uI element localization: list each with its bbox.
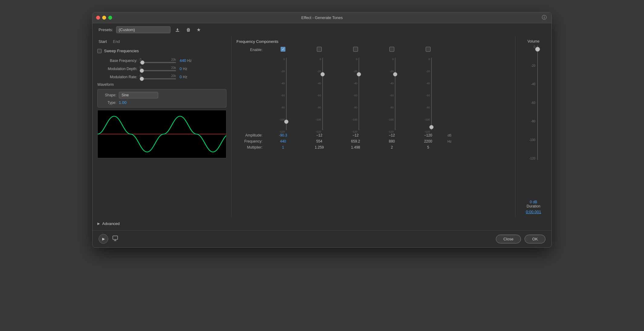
multiplier-label: Multiplier: <box>238 145 265 149</box>
left-panel: Start End Sweep Frequencies Base Frequen… <box>93 36 232 217</box>
base-freq-label: Base Frequency: <box>97 59 140 63</box>
thumb-1[interactable] <box>284 120 288 124</box>
main-content: Start End Sweep Frequencies Base Frequen… <box>93 36 551 217</box>
duration-section: Duration 0:00.001 <box>526 204 541 214</box>
mod-depth-label: Modulation Depth: <box>97 67 140 71</box>
title-bar: Effect - Generate Tones ⓘ <box>93 12 551 23</box>
slider-area-5: 0-20-40-60-80-100-120 <box>424 55 432 133</box>
track-3 <box>359 58 359 130</box>
amplitude-row: Amplitude: -90.3 −12 −12 −12 −120 dB <box>236 133 510 137</box>
thumb-2[interactable] <box>320 72 325 76</box>
enable-checkbox-2[interactable] <box>317 47 322 52</box>
thumb-5[interactable] <box>429 125 434 129</box>
sweep-label: Sweep Frequencies <box>104 49 139 53</box>
bottom-left: ▶ <box>99 234 119 244</box>
mod-rate-value: 0 Hz <box>180 75 198 79</box>
slider-area-2: 0-20-40-60-80-100-120 <box>316 55 323 133</box>
presets-bar: Presets: (Custom) ★ <box>93 23 551 36</box>
save-preset-button[interactable] <box>174 27 181 33</box>
close-button[interactable]: Close <box>496 235 521 243</box>
sliders-row: 0-20-40-60-80-100-120 0-20-40-60-80-100-… <box>236 55 510 133</box>
amplitude-values: -90.3 −12 −12 −12 −120 <box>265 133 446 137</box>
presets-dropdown[interactable]: (Custom) <box>116 26 171 33</box>
enable-label: Enable: <box>238 48 265 52</box>
track-1 <box>286 58 287 130</box>
waveform-title: Waveform <box>97 82 226 87</box>
mod-rate-slider-container: 0 20k <box>140 74 176 79</box>
volume-label: Volume <box>527 39 539 43</box>
shape-label: Shape: <box>101 93 116 97</box>
tab-start[interactable]: Start <box>99 39 107 44</box>
frequency-val-1: 440 <box>265 139 301 143</box>
volume-slider-wrapper: 0-20-40-60-80-100-120 <box>529 45 538 198</box>
scale-3: 0-20-40-60-80-100-120 <box>352 58 359 133</box>
shape-select[interactable]: Sine <box>119 92 158 98</box>
export-button[interactable] <box>112 235 119 243</box>
close-traffic-light[interactable] <box>96 16 100 20</box>
base-freq-value: 440 Hz <box>180 58 198 63</box>
thumb-3[interactable] <box>357 72 361 76</box>
svg-rect-0 <box>176 31 179 32</box>
mod-rate-slider[interactable] <box>140 78 176 79</box>
base-freq-slider-container: 0 20k <box>140 58 176 63</box>
sweep-checkbox[interactable] <box>97 49 102 53</box>
freq-component-slider-3: 0-20-40-60-80-100-120 <box>337 55 374 133</box>
enable-checkbox-5[interactable] <box>426 47 431 52</box>
multiplier-val-5: 5 <box>410 145 446 149</box>
advanced-row[interactable]: ▶ Advanced <box>93 217 551 230</box>
delete-preset-button[interactable] <box>184 27 192 33</box>
favorite-preset-button[interactable]: ★ <box>195 26 202 33</box>
tab-end[interactable]: End <box>113 39 120 44</box>
info-button[interactable]: ⓘ <box>542 14 547 21</box>
type-label: Type: <box>101 101 116 105</box>
volume-track <box>537 45 538 160</box>
multiplier-row: Multiplier: 1 1.259 1.498 2 5 <box>236 145 510 149</box>
type-row: Type: 1.00 <box>101 100 223 105</box>
play-button[interactable]: ▶ <box>99 234 108 244</box>
bottom-right: Close OK <box>496 235 545 243</box>
enable-checkbox-3[interactable] <box>353 47 358 52</box>
mod-depth-slider-container: 0 20k <box>140 66 176 71</box>
volume-scale: 0-20-40-60-80-100-120 <box>529 45 535 160</box>
mod-rate-label: Modulation Rate: <box>97 75 140 79</box>
mod-rate-row: Modulation Rate: 0 20k 0 Hz <box>97 74 226 79</box>
base-freq-slider[interactable] <box>140 62 176 63</box>
zoom-traffic-light[interactable] <box>108 16 112 20</box>
multiplier-val-3: 1.498 <box>337 145 374 149</box>
minimize-traffic-light[interactable] <box>102 16 106 20</box>
scale-4: 0-20-40-60-80-100-120 <box>388 58 395 133</box>
frequency-unit: Hz <box>447 140 451 143</box>
enable-checkbox-1[interactable]: ✓ <box>281 47 285 52</box>
ok-button[interactable]: OK <box>525 235 545 243</box>
duration-value[interactable]: 0:00.001 <box>526 210 541 214</box>
tabs-row: Start End <box>97 39 226 44</box>
enable-row: Enable: ✓ <box>236 47 510 53</box>
frequency-label: Frequency: <box>238 139 265 143</box>
base-frequency-row: Base Frequency: 0 20k 440 Hz <box>97 58 226 63</box>
amplitude-unit: dB <box>447 133 451 137</box>
freq-components-title: Frequency Components <box>236 39 510 44</box>
multiplier-val-4: 2 <box>374 145 410 149</box>
volume-value: 0 dB <box>530 200 537 204</box>
shape-row: Shape: Sine <box>101 92 223 98</box>
scale-5: 0-20-40-60-80-100-120 <box>424 58 431 133</box>
center-panel: Frequency Components Enable: ✓ <box>232 36 515 217</box>
enable-checkbox-4[interactable] <box>389 47 394 52</box>
bottom-bar: ▶ Close OK <box>93 230 551 247</box>
mod-depth-slider[interactable] <box>140 70 176 71</box>
right-panel: Volume 0-20-40-60-80-100-120 0 dB Durati… <box>515 36 551 217</box>
scale-2: 0-20-40-60-80-100-120 <box>316 58 322 133</box>
slider-area-4: 0-20-40-60-80-100-120 <box>388 55 395 133</box>
track-2 <box>322 58 323 130</box>
amplitude-val-3: −12 <box>337 133 374 137</box>
amplitude-val-4: −12 <box>374 133 410 137</box>
track-4 <box>395 58 395 130</box>
frequency-row: Frequency: 440 554 659.2 880 2200 Hz <box>236 139 510 143</box>
freq-component-slider-4: 0-20-40-60-80-100-120 <box>374 55 410 133</box>
type-value: 1.00 <box>119 100 126 105</box>
multiplier-val-2: 1.259 <box>301 145 337 149</box>
svg-rect-2 <box>113 236 118 239</box>
frequency-val-4: 880 <box>374 139 410 143</box>
thumb-4[interactable] <box>393 72 397 76</box>
volume-thumb[interactable] <box>535 47 540 52</box>
